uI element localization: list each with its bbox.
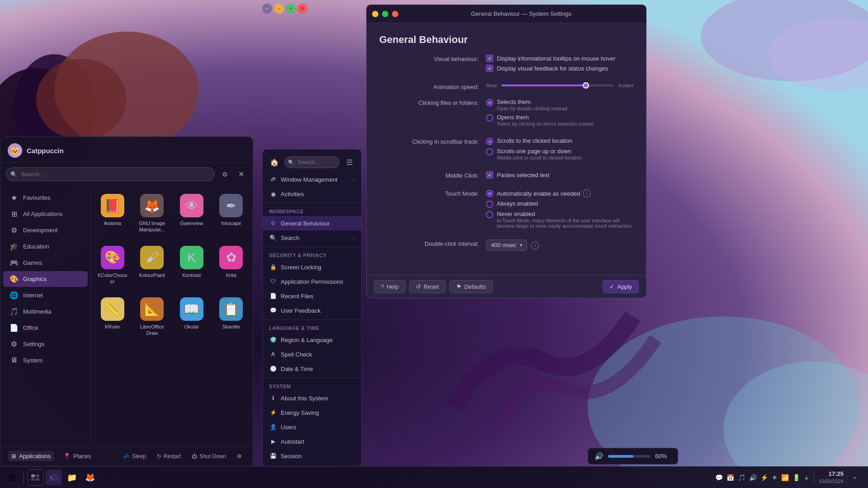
settings-button[interactable]: ⚙ <box>233 451 245 461</box>
app-item-kruler[interactable]: 📏 KRuler <box>94 293 131 341</box>
sidebar-item-favourites[interactable]: ★ Favourites <box>3 190 88 206</box>
apply-button[interactable]: ✓ Apply <box>603 280 639 293</box>
session-icon: 💾 <box>269 452 277 460</box>
search-input[interactable] <box>6 167 215 181</box>
auto-radio[interactable] <box>486 190 493 197</box>
kde-close-button[interactable]: ✕ <box>297 4 307 14</box>
always-radio[interactable] <box>486 201 493 208</box>
kde-menu-icon-btn[interactable]: ☰ <box>343 156 356 169</box>
svg-point-4 <box>36 59 127 140</box>
bluetooth-icon[interactable]: ⚡ <box>760 474 768 481</box>
kde-item-users[interactable]: 👤 Users <box>263 420 361 434</box>
sidebar-item-settings[interactable]: ⚙ Settings <box>3 336 88 352</box>
kde-maximize-button[interactable]: + <box>286 4 296 14</box>
kde-item-general-behaviour[interactable]: ⚙ General Behaviour <box>263 216 361 230</box>
screen-locking-icon: 🔒 <box>269 263 277 271</box>
sidebar-item-multimedia[interactable]: 🎵 Multimedia <box>3 304 88 319</box>
app-item-inkscape[interactable]: ✒ Inkscape <box>213 189 250 238</box>
battery-icon[interactable]: 🔋 <box>793 474 800 481</box>
kde-item-about-system[interactable]: ℹ About this System <box>263 391 361 405</box>
never-radio[interactable] <box>486 211 493 218</box>
taskbar-icon-files[interactable]: 📁 <box>64 469 80 486</box>
touch-mode-info-icon[interactable]: i <box>583 189 591 197</box>
sidebar-item-system[interactable]: 🖥 System <box>3 352 88 368</box>
sidebar-item-education[interactable]: 🎓 Education <box>3 239 88 254</box>
launcher-filter-button[interactable]: ⚙ <box>218 168 231 181</box>
sidebar-item-office[interactable]: 📄 Office <box>3 320 88 336</box>
app-item-kontrast[interactable]: K Kontrast <box>174 241 210 290</box>
scroll-clicked-radio[interactable] <box>486 138 493 145</box>
kde-item-application-permissions[interactable]: 🛡 Application Permissions <box>263 274 361 289</box>
double-click-info-icon[interactable]: i <box>531 241 539 249</box>
kde-btn-1[interactable]: ↩ <box>262 4 272 14</box>
app-item-krita[interactable]: ✿ Krita <box>213 241 250 290</box>
kde-home-button[interactable]: 🏠 <box>268 156 281 169</box>
reset-button[interactable]: ↺ Reset <box>409 280 446 293</box>
kde-item-spell-check[interactable]: A Spell Check <box>263 347 361 361</box>
app-item-gwenview[interactable]: 👁 Gwenview <box>174 189 210 238</box>
sidebar-item-internet[interactable]: 🌐 Internet <box>3 287 88 303</box>
tab-places[interactable]: 📍 Places <box>60 451 94 461</box>
sidebar-item-development[interactable]: ⚙ Development <box>3 222 88 238</box>
app-item-kcolorchoser[interactable]: 🎨 KColorChooser <box>94 241 131 290</box>
calendar-tray-icon[interactable]: 📅 <box>726 474 734 481</box>
kde-item-search[interactable]: 🔍 Search › <box>263 230 361 245</box>
kde-item-autostart[interactable]: ▶ Autostart <box>263 434 361 449</box>
restart-button[interactable]: ↻ Restart <box>153 451 185 461</box>
restart-label: Restart <box>164 453 181 460</box>
animation-speed-row: Animation speed: Slow Instant <box>379 83 633 90</box>
paste-checkbox[interactable]: ✓ <box>486 171 493 178</box>
app-item-kolourpaint[interactable]: 🖌 KolourPaint <box>134 241 170 290</box>
kde-item-user-feedback[interactable]: 💬 User Feedback <box>263 303 361 318</box>
launcher-close-button[interactable]: ✕ <box>235 168 247 181</box>
tab-applications[interactable]: ⊞ Applications <box>8 451 54 461</box>
network-icon[interactable]: 📶 <box>781 474 789 481</box>
app-item-gnu-image[interactable]: 🦊 GNU Image Manipulat... <box>134 189 170 238</box>
selects-radio[interactable] <box>486 99 493 106</box>
sleep-button[interactable]: 💤 Sleep <box>119 451 150 461</box>
taskbar-icon-terminal[interactable]: >_ <box>46 469 62 486</box>
slider-thumb[interactable] <box>583 82 589 89</box>
animation-slider[interactable] <box>501 84 614 86</box>
taskbar-icon-pager[interactable] <box>28 469 44 486</box>
audio-icon[interactable]: 🎵 <box>738 474 745 481</box>
kde-item-label: Energy Saving <box>281 409 319 416</box>
kde-item-region-language[interactable]: 🌍 Region & Language <box>263 333 361 347</box>
opens-radio[interactable] <box>486 114 493 122</box>
taskbar-app-menu-button[interactable]: ⊞ <box>4 469 20 486</box>
sidebar-item-graphics[interactable]: 🎨 Graphics <box>3 271 88 287</box>
kde-item-energy-saving[interactable]: ⚡ Energy Saving <box>263 405 361 420</box>
brightness-icon[interactable]: ☀ <box>772 474 778 481</box>
kde-item-screen-locking[interactable]: 🔒 Screen Locking <box>263 260 361 274</box>
scroll-page-radio[interactable] <box>486 148 493 155</box>
app-item-skanlite[interactable]: 📋 Skanlite <box>213 293 250 341</box>
chevron-up-icon[interactable]: ▲ <box>804 474 809 481</box>
taskbar-clock[interactable]: 17:25 15/03/2024 <box>819 470 844 484</box>
help-button[interactable]: ? Help <box>374 280 406 293</box>
maximize-button[interactable]: + <box>382 11 388 17</box>
double-click-select[interactable]: 400 msec ▾ <box>486 239 527 251</box>
tooltips-checkbox[interactable]: ✓ <box>486 55 493 62</box>
app-item-arianna[interactable]: 📕 Arianna <box>94 189 131 238</box>
sidebar-item-games[interactable]: 🎮 Games <box>3 255 88 271</box>
kde-item-activities[interactable]: ◉ Activities <box>263 187 361 201</box>
shutdown-button[interactable]: ⏻ Shut Down <box>188 451 230 461</box>
close-button[interactable]: ✕ <box>392 11 398 17</box>
minimize-button[interactable]: – <box>372 11 378 17</box>
defaults-button[interactable]: ⚑ Defaults <box>449 280 493 293</box>
kde-item-recent-files[interactable]: 📄 Recent Files <box>263 289 361 303</box>
sidebar-item-all-applications[interactable]: ⊞ All Applications <box>3 206 88 222</box>
discord-icon[interactable]: 💬 <box>715 474 723 481</box>
app-item-okular[interactable]: 📖 Okular <box>174 293 210 341</box>
kde-minimize-button[interactable]: – <box>274 4 284 14</box>
volume-tray-icon[interactable]: 🔊 <box>749 474 757 481</box>
visual-feedback-checkbox[interactable]: ✓ <box>486 65 493 72</box>
kde-item-session[interactable]: 💾 Session › <box>263 449 361 463</box>
kde-item-date-time[interactable]: 🕐 Date & Time <box>263 361 361 376</box>
taskbar-icon-browser[interactable]: 🦊 <box>82 469 98 486</box>
pager-icon <box>31 474 40 481</box>
taskbar-show-desktop-button[interactable]: ▪ <box>846 469 863 486</box>
kde-item-window-management[interactable]: 🗗 Window Management › <box>263 172 361 187</box>
volume-slider[interactable] <box>608 455 651 458</box>
app-item-libreoffice-draw[interactable]: 📐 LibreOffice Draw <box>134 293 170 341</box>
